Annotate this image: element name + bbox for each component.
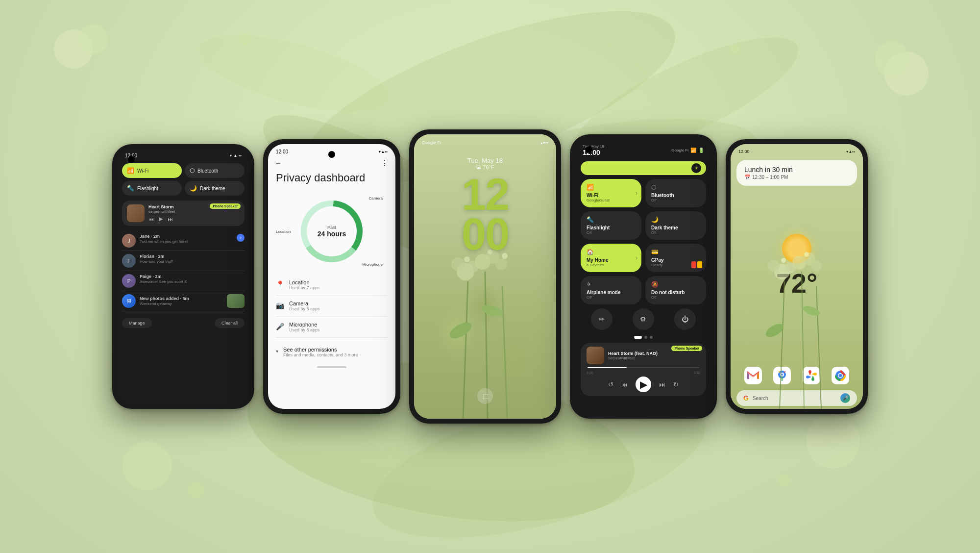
priv-mic-name: Microphone bbox=[289, 322, 320, 327]
qs-flashlight-tile[interactable]: 🔦 Flashlight Off bbox=[581, 211, 641, 240]
priv-location[interactable]: 📍 Location Used by 7 apps bbox=[276, 275, 388, 296]
p4-status-right: Google Fi 📶 🔋 bbox=[671, 148, 704, 153]
edit-button[interactable]: ✏ bbox=[591, 308, 612, 330]
p4-music-badge: Phone Speaker bbox=[671, 346, 702, 351]
settings-button[interactable]: ⚙ bbox=[633, 308, 654, 330]
hs-flowers bbox=[731, 144, 863, 409]
qs-dnd-tile[interactable]: 🔕 Do not disturb Off bbox=[645, 276, 706, 304]
phone-privacy: 12:00 ▾▲▪▪ ← ⋮ Privacy dashboard bbox=[263, 139, 400, 414]
back-button[interactable]: ← bbox=[275, 159, 282, 167]
p4-next-btn[interactable]: ⏭ bbox=[659, 381, 665, 388]
camera-hole-4 bbox=[586, 146, 592, 153]
p1-notifications: J Jane · 2m Text me when you get here! 2… bbox=[117, 228, 249, 314]
p1-next-btn[interactable]: ⏭ bbox=[168, 216, 173, 222]
avatar-florian: F bbox=[122, 254, 136, 268]
notif-florian[interactable]: F Florian · 2m How was your trip? bbox=[122, 251, 245, 271]
see-other-label: See other permissions bbox=[283, 347, 358, 352]
legend-camera: Camera bbox=[369, 196, 383, 201]
bluetooth-tile[interactable]: ⬡ Bluetooth bbox=[185, 163, 245, 178]
ls-nav-indicator: ⬚ bbox=[477, 388, 493, 404]
phone5-screen: 12:00 ▾▲▪▪ Lunch in 30 min 📅 12:30 – 1:0… bbox=[731, 144, 863, 409]
p1-prev-btn[interactable]: ⏮ bbox=[148, 216, 154, 222]
ls-statusbar: Google Fi ▴▾▪▪ bbox=[414, 134, 556, 147]
ls-time: 1200 bbox=[462, 175, 509, 254]
p1-music-badge: Phone Speaker bbox=[210, 203, 241, 209]
priv-microphone[interactable]: 🎤 Microphone Used by 6 apps bbox=[276, 317, 388, 338]
qs-dnd-sub: Off bbox=[651, 295, 700, 300]
p4-bottom-row: ✏ ⚙ ⏻ bbox=[575, 304, 712, 334]
brightness-slider[interactable]: ☀ bbox=[581, 161, 706, 175]
brightness-dot: ☀ bbox=[691, 163, 701, 173]
p4-repeat-btn[interactable]: ↻ bbox=[673, 381, 679, 388]
notif-paige[interactable]: P Paige · 2m Awesome! See you soon :0 bbox=[122, 271, 245, 291]
qs-gpay-tile[interactable]: 💳 GPay Ready bbox=[645, 244, 706, 272]
p4-signal-icon: 📶 bbox=[690, 148, 696, 153]
flashlight-tile[interactable]: 🔦 Flashlight bbox=[122, 181, 182, 196]
p4-carrier: Google Fi bbox=[671, 148, 688, 152]
qs-airplane-tile[interactable]: ✈ Airplane mode Off bbox=[581, 276, 641, 304]
qs-wifi-tile[interactable]: 📶 Wi-Fi GoogleGuest › bbox=[581, 179, 641, 207]
nav-button[interactable]: ⬚ bbox=[477, 388, 493, 404]
svg-line-36 bbox=[802, 272, 804, 409]
home-bar-p2 bbox=[268, 362, 395, 370]
notif-florian-text: How was your trip? bbox=[140, 259, 245, 264]
see-other-content: See other permissions Files and media, c… bbox=[283, 347, 358, 357]
quick-tiles-p1: 📶 Wi-Fi ⬡ Bluetooth 🔦 Flashlight 🌙 Dark … bbox=[117, 160, 249, 199]
legend-location: Location bbox=[276, 229, 291, 234]
p1-music-card: Heart Storm serpentwithfeet ⏮ ▶ ⏭ Phone … bbox=[122, 201, 245, 226]
qs-darktheme-name: Dark theme bbox=[651, 225, 700, 230]
qs-bluetooth-tile[interactable]: ⬡ Bluetooth Off bbox=[645, 179, 706, 207]
p1-music-artist: serpentwithfeet bbox=[148, 209, 240, 214]
qs-wifi-icon: 📶 bbox=[587, 184, 636, 191]
p4-progress-bar bbox=[588, 367, 699, 368]
priv-location-name: Location bbox=[289, 279, 320, 285]
clear-all-button[interactable]: Clear all bbox=[215, 318, 245, 328]
p1-play-btn[interactable]: ▶ bbox=[159, 216, 163, 222]
p2-status-icons: ▾▲▪▪ bbox=[379, 150, 388, 154]
qs-airplane-name: Airplane mode bbox=[587, 290, 636, 295]
phone-homescreen: 12:00 ▾▲▪▪ Lunch in 30 min 📅 12:30 – 1:0… bbox=[726, 139, 868, 414]
svg-line-35 bbox=[780, 281, 784, 409]
p4-replay-btn[interactable]: ↺ bbox=[608, 381, 613, 388]
notif-jane[interactable]: J Jane · 2m Text me when you get here! 2 bbox=[122, 231, 245, 251]
qs-bluetooth-icon: ⬡ bbox=[651, 184, 700, 191]
svg-point-46 bbox=[781, 258, 786, 263]
flashlight-icon: 🔦 bbox=[127, 185, 134, 192]
notif-photos-text: Weekend getaway bbox=[140, 302, 223, 306]
darktheme-tile[interactable]: 🌙 Dark theme bbox=[185, 181, 245, 196]
notif-florian-content: Florian · 2m How was your trip? bbox=[140, 254, 245, 264]
priv-camera[interactable]: 📷 Camera Used by 5 apps bbox=[276, 296, 388, 317]
manage-button[interactable]: Manage bbox=[122, 318, 152, 328]
phones-container: 12:00 ▾▲▪▪ 📶 Wi-Fi ⬡ Bluetooth 🔦 Flashli… bbox=[0, 0, 980, 553]
notif-paige-name: Paige · 2m bbox=[140, 274, 245, 279]
more-button[interactable]: ⋮ bbox=[381, 158, 389, 168]
power-button[interactable]: ⏻ bbox=[674, 308, 696, 330]
svg-point-24 bbox=[447, 319, 474, 342]
see-other-permissions[interactable]: ▾ See other permissions Files and media,… bbox=[268, 342, 395, 362]
svg-point-25 bbox=[481, 302, 504, 319]
gpay-dot-2 bbox=[697, 261, 702, 268]
page-dots bbox=[575, 334, 712, 341]
p4-music-title: Heart Storm (feat. NAO) bbox=[608, 351, 658, 356]
svg-line-23 bbox=[502, 286, 507, 419]
notif-photos[interactable]: 🖼 New photos added · 5m Weekend getaway bbox=[122, 291, 245, 311]
qs-flashlight-name: Flashlight bbox=[587, 225, 636, 230]
wifi-tile[interactable]: 📶 Wi-Fi bbox=[122, 163, 182, 178]
flashlight-label: Flashlight bbox=[137, 186, 158, 191]
qs-darktheme-tile[interactable]: 🌙 Dark theme Off bbox=[645, 211, 706, 240]
notif-paige-content: Paige · 2m Awesome! See you soon :0 bbox=[140, 274, 245, 284]
qs-darktheme-icon: 🌙 bbox=[651, 216, 700, 223]
wifi-label: Wi-Fi bbox=[137, 168, 148, 174]
camera-hole-2 bbox=[328, 151, 335, 158]
p1-status-icons: ▾▲▪▪ bbox=[230, 153, 242, 158]
qs-myhome-tile[interactable]: 🏠 My Home 6 Devices › bbox=[581, 244, 641, 272]
qs-airplane-icon: ✈ bbox=[587, 281, 636, 288]
notif-paige-text: Awesome! See you soon :0 bbox=[140, 279, 245, 284]
darktheme-label: Dark theme bbox=[200, 186, 225, 191]
qs-grid: 📶 Wi-Fi GoogleGuest › ⬡ Bluetooth Off 🔦 … bbox=[575, 179, 712, 304]
p4-time-row: 3:20 3:32 bbox=[587, 371, 700, 375]
notif-jane-badge: 2 bbox=[237, 234, 245, 242]
qs-bluetooth-sub: Off bbox=[651, 198, 700, 202]
p4-play-btn[interactable]: ▶ bbox=[636, 377, 651, 392]
p4-prev-btn[interactable]: ⏮ bbox=[621, 381, 628, 388]
